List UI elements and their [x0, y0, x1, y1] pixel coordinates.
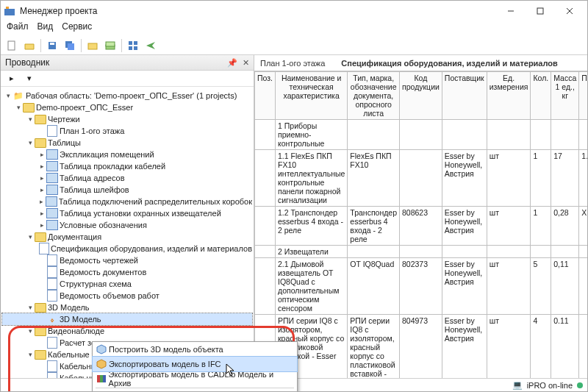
ctx-export-ifc[interactable]: Экспортировать модель в IFC [93, 357, 297, 371]
tree-node[interactable]: ▾Документация [2, 231, 252, 243]
close-button[interactable] [555, 2, 584, 20]
pin-icon[interactable]: 📌 [227, 58, 237, 67]
expander-icon[interactable]: ▸ [37, 210, 46, 217]
table-row[interactable]: 2 Извещатели [255, 246, 589, 258]
tree-node[interactable]: ▸Экспликация помещений [2, 149, 252, 160]
svg-rect-6 [8, 41, 15, 50]
expander-icon[interactable]: ▸ [37, 186, 46, 193]
expander-icon[interactable]: ▸ [37, 198, 46, 205]
table-icon [46, 208, 58, 218]
tree-node[interactable]: ▾Таблицы [2, 137, 252, 149]
expander-icon[interactable]: ▾ [26, 327, 35, 335]
tree-node[interactable]: ▸Условные обозначения [2, 219, 252, 231]
col-header[interactable]: Кол. [531, 72, 551, 120]
tree-node[interactable]: ▸Таблица адресов [2, 172, 252, 184]
table-row[interactable]: 1 Приборы приемно-контрольные [255, 120, 589, 150]
cell [255, 258, 276, 315]
tree-label: Таблица адресов [60, 174, 125, 182]
send-icon[interactable] [143, 38, 159, 54]
folder-icon[interactable] [85, 38, 101, 54]
cell: 1 Приборы приемно-контрольные [276, 120, 348, 150]
tree-node[interactable]: ▾3D Модель [2, 302, 252, 313]
expander-icon[interactable]: ▾ [26, 304, 35, 311]
svg-rect-16 [129, 46, 132, 50]
table-row[interactable]: 1.2 Транспондер esserbus 4 входа - 2 рел… [255, 207, 589, 246]
tab-plan[interactable]: План 1-ого этажа [257, 57, 328, 69]
table-row[interactable]: 2.1 Дымовой извещатель OT IQ8Quad с допо… [255, 258, 589, 315]
expander-icon[interactable]: ▾ [26, 115, 35, 123]
tree-label: Рабочая область: 'Demo-проект_ОПС_Esser'… [26, 91, 237, 100]
expander-icon[interactable]: ▾ [26, 233, 35, 240]
tree-label: Таблица прокладки кабелей [60, 162, 165, 171]
expander-icon[interactable]: ▾ [26, 351, 35, 358]
grid-wrap[interactable]: Поз.Наименование и техническая характери… [254, 71, 588, 378]
tree-node[interactable]: ⬨3D Модель [2, 313, 252, 325]
svg-rect-20 [103, 375, 106, 382]
tree-label: Таблица подключений распределительных ко… [59, 197, 252, 206]
table-row[interactable]: 1.1 FlexEs ПКП FX10 интеллектуальные кон… [255, 150, 589, 207]
cell [579, 258, 588, 315]
col-header[interactable]: Масса 1 ед., кг [551, 72, 579, 120]
cell: шт [487, 258, 531, 315]
ctx-export-cadlib[interactable]: Экспортировать модель в CADLib Модель и … [93, 371, 297, 386]
new-icon[interactable] [4, 38, 20, 54]
3d-icon: ⬨ [46, 314, 58, 324]
cell: 1.1 [579, 150, 588, 207]
maximize-button[interactable] [526, 2, 555, 20]
grid-icon[interactable] [125, 38, 141, 54]
expander-icon[interactable]: ▾ [26, 139, 35, 146]
expander-icon[interactable]: ▾ [14, 104, 23, 111]
open-icon[interactable] [21, 38, 37, 54]
cell: шт [487, 207, 531, 246]
layers-icon[interactable] [102, 38, 118, 54]
tree-node[interactable]: ▸Таблица подключений распределительных к… [2, 196, 252, 207]
tree-node[interactable]: ▾Видеонаблюде [2, 325, 252, 337]
export-ifc-icon [94, 359, 109, 369]
explorer-toolbar: ▸ ▾ [1, 71, 254, 87]
ctx-build-3d[interactable]: Построить 3D модель объекта [93, 342, 297, 357]
tree-node[interactable]: ▸Таблица установки охранных извещателей [2, 207, 252, 219]
collapse-all-icon[interactable]: ▾ [21, 71, 37, 87]
folder-icon [23, 102, 35, 113]
tree-node[interactable]: ▾Demo-проект_ОПС_Esser [2, 101, 252, 113]
col-header[interactable]: Ед. измерения [487, 72, 531, 120]
tree-node[interactable]: ▸Таблица шлейфов [2, 184, 252, 196]
menu-service[interactable]: Сервис [62, 21, 92, 36]
cell: 0,11 [551, 258, 579, 315]
tree-node[interactable]: ▾📁Рабочая область: 'Demo-проект_ОПС_Esse… [2, 90, 252, 101]
expander-icon[interactable]: ▸ [37, 151, 46, 158]
tree-label: Таблица установки охранных извещателей [60, 209, 221, 218]
expand-all-icon[interactable]: ▸ [4, 71, 20, 87]
menu-file[interactable]: Файл [7, 21, 29, 36]
tree-node[interactable]: ▾Чертежи [2, 113, 252, 125]
tree-node[interactable]: Ведомость объемов работ [2, 290, 252, 302]
col-header[interactable]: Код продукции [400, 72, 442, 120]
col-header[interactable]: Наименование и техническая характеристик… [276, 72, 348, 120]
cell [255, 150, 276, 207]
table-row[interactable]: РПИ серии IQ8 с изолятором, красный корп… [255, 315, 589, 379]
tree[interactable]: ▾📁Рабочая область: 'Demo-проект_ОПС_Esse… [1, 87, 254, 378]
expander-icon[interactable]: ▸ [37, 174, 46, 182]
tree-node[interactable]: План 1-ого этажа [2, 125, 252, 137]
tree-node[interactable]: Ведомость документов [2, 266, 252, 278]
col-header[interactable]: Тип, марка, обозначение документа, опрос… [348, 72, 400, 120]
saveall-icon[interactable] [62, 38, 78, 54]
tree-node[interactable]: Спецификация оборудования, изделий и мат… [2, 243, 252, 254]
col-header[interactable]: Поз. [255, 72, 276, 120]
tree-node[interactable]: Ведомость чертежей [2, 254, 252, 266]
table-icon [46, 173, 58, 183]
tree-label: Условные обозначения [60, 221, 147, 229]
minimize-button[interactable] [496, 2, 526, 20]
col-header[interactable]: Примечание [579, 72, 588, 120]
close-panel-icon[interactable]: ✕ [243, 58, 249, 67]
menu-view[interactable]: Вид [37, 21, 54, 36]
tab-spec[interactable]: Спецификация оборудования, изделий и мат… [338, 57, 561, 69]
tree-node[interactable]: Структурная схема [2, 278, 252, 290]
context-menu: Построить 3D модель объекта Экспортирова… [92, 341, 298, 392]
expander-icon[interactable]: ▸ [37, 163, 46, 170]
expander-icon[interactable]: ▾ [4, 92, 12, 99]
expander-icon[interactable]: ▸ [37, 221, 46, 229]
col-header[interactable]: Поставщик [442, 72, 487, 120]
save-icon[interactable] [44, 38, 60, 54]
tree-node[interactable]: ▸Таблица прокладки кабелей [2, 160, 252, 172]
